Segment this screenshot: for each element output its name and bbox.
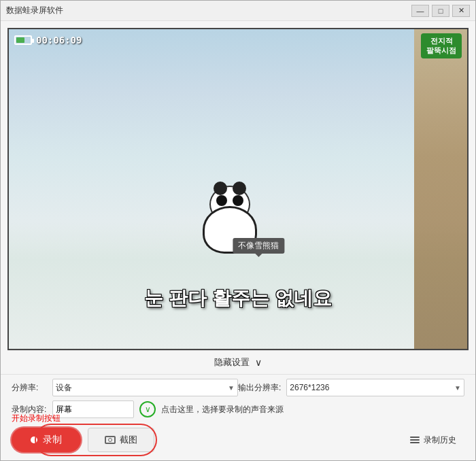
close-button[interactable]: ✕ <box>452 5 470 17</box>
record-button-label: 录制 <box>43 434 62 446</box>
tree-decoration <box>414 28 469 350</box>
resolution-row: 分辨率: 设备 ▼ <box>12 379 238 396</box>
record-content-value: 屏幕 <box>56 404 131 415</box>
output-resolution-chevron-icon: ▼ <box>454 384 461 392</box>
logo-line2: 팔뚝시점 <box>426 46 456 55</box>
panda-ear-right <box>233 182 246 195</box>
sound-source-hint: 点击这里，选择要录制的声音来源 <box>161 404 464 415</box>
dropdown-circle-icon: ∨ <box>145 405 151 414</box>
record-content-select[interactable]: 屏幕 <box>52 400 134 418</box>
titlebar: 数据蛙录屏软件 — □ ✕ <box>1 1 475 21</box>
action-row: 开始录制按钮 录制 截图 录制历史 <box>1 422 475 460</box>
resolution-select[interactable]: 设备 ▼ <box>52 379 238 396</box>
panda-eye-left <box>216 195 227 206</box>
hidden-settings-bar: 隐藏设置 ∨ <box>7 350 469 374</box>
video-subtitle: 눈 판다 활주는 없네요 <box>144 286 331 311</box>
history-line-2 <box>410 439 420 441</box>
screenshot-button[interactable]: 截图 <box>88 428 154 452</box>
history-button-label: 录制历史 <box>424 434 456 446</box>
osd-time-display: 00:06:09 <box>36 35 82 46</box>
history-button[interactable]: 录制历史 <box>402 428 464 452</box>
output-resolution-value: 2676*1236 <box>290 383 329 392</box>
resolution-select-value: 设备 <box>56 382 72 394</box>
camera-lens-icon <box>108 438 112 442</box>
screenshot-button-label: 截图 <box>120 434 137 446</box>
video-content: 00:06:09 전지적 팔뚝시점 不像雪熊猫 눈 판다 활주는 없네요 <box>7 28 469 350</box>
start-record-label: 开始录制按钮 <box>12 413 61 424</box>
channel-logo: 전지적 팔뚝시점 <box>421 33 462 58</box>
osd-timer-overlay: 00:06:09 <box>14 35 82 46</box>
record-dot-icon <box>31 437 37 443</box>
controls-panel: 隐藏设置 ∨ 分辨率: 设备 ▼ 输出分辨率: 2676*1236 ▼ <box>1 350 475 460</box>
camera-icon <box>105 436 116 444</box>
hidden-settings-arrow[interactable]: ∨ <box>255 357 262 368</box>
maximize-button[interactable]: □ <box>432 5 449 17</box>
logo-line1: 전지적 <box>426 36 456 46</box>
battery-fill <box>16 37 24 43</box>
record-content-row: 录制内容: 屏幕 ∨ 点击这里，选择要录制的声音来源 <box>1 400 475 422</box>
resolution-label: 分辨率: <box>12 382 47 394</box>
battery-icon <box>14 35 32 45</box>
output-resolution-row: 输出分辨率: 2676*1236 ▼ <box>238 379 464 396</box>
history-list-icon <box>410 437 420 443</box>
resolution-chevron-icon: ▼ <box>228 384 235 392</box>
sound-source-dropdown-button[interactable]: ∨ <box>139 401 156 417</box>
video-preview-area: 00:06:09 전지적 팔뚝시점 不像雪熊猫 눈 판다 활주는 없네요 <box>7 28 469 350</box>
hidden-settings-label: 隐藏设置 <box>214 356 250 369</box>
video-tooltip: 不像雪熊猫 <box>233 238 284 254</box>
output-resolution-label: 输出分辨率: <box>238 382 281 394</box>
history-line-1 <box>410 437 420 438</box>
minimize-button[interactable]: — <box>411 5 429 17</box>
app-window: 数据蛙录屏软件 — □ ✕ <box>0 0 476 461</box>
output-resolution-select[interactable]: 2676*1236 ▼ <box>286 379 464 396</box>
settings-grid: 分辨率: 设备 ▼ 输出分辨率: 2676*1236 ▼ <box>1 374 475 400</box>
window-title: 数据蛙录屏软件 <box>6 5 63 16</box>
panda-eye-right <box>233 195 243 206</box>
panda-ear-left <box>214 182 227 195</box>
history-line-3 <box>410 442 420 443</box>
record-button[interactable]: 录制 <box>12 428 81 452</box>
window-controls: — □ ✕ <box>411 5 470 17</box>
